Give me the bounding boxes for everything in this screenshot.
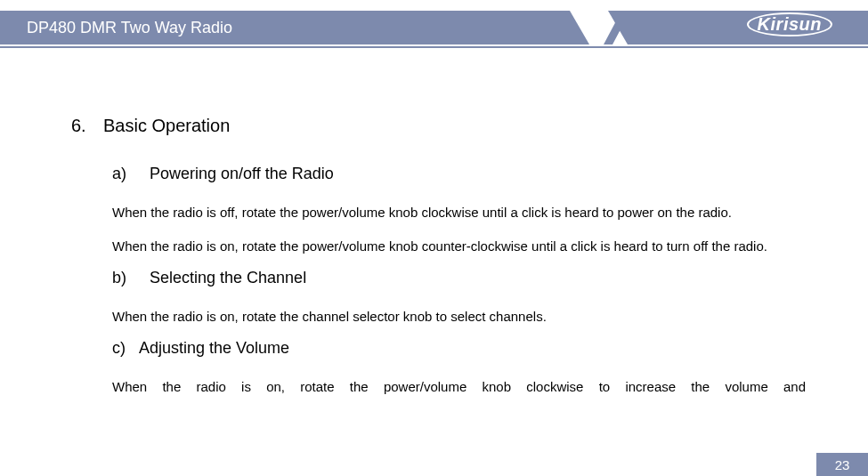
subsection-label: a): [112, 165, 150, 183]
header-underline: [0, 46, 868, 48]
subsection-title: Selecting the Channel: [150, 269, 306, 286]
section-heading: 6.Basic Operation: [71, 116, 806, 136]
document-title: DP480 DMR Two Way Radio: [27, 19, 232, 37]
subsection-label: c): [112, 339, 139, 358]
page-number-badge: 23: [816, 453, 868, 476]
page-number: 23: [835, 457, 850, 472]
body-text: When the radio is on, rotate the channel…: [112, 303, 806, 330]
subsection-heading-c: c)Adjusting the Volume: [112, 339, 806, 358]
page-header: DP480 DMR Two Way Radio Kirisun: [0, 0, 868, 53]
brand-logo-text: Kirisun: [747, 12, 832, 36]
header-title-bar: DP480 DMR Two Way Radio: [0, 11, 570, 44]
header-decoration: [570, 11, 589, 44]
section-number: 6.: [71, 116, 103, 136]
brand-logo: Kirisun: [747, 12, 832, 36]
subsection-title: Adjusting the Volume: [139, 339, 289, 357]
page-content: 6.Basic Operation a)Powering on/off the …: [0, 53, 868, 400]
subsection-heading-a: a)Powering on/off the Radio: [112, 165, 806, 183]
section-title: Basic Operation: [103, 116, 230, 135]
body-text: When the radio is on, rotate the power/v…: [112, 374, 806, 400]
header-decoration: [608, 11, 628, 44]
body-text: When the radio is off, rotate the power/…: [112, 199, 806, 226]
subsection-title: Powering on/off the Radio: [150, 165, 334, 182]
subsection-label: b): [112, 269, 150, 287]
subsection-heading-b: b)Selecting the Channel: [112, 269, 806, 287]
body-text: When the radio is on, rotate the power/v…: [112, 233, 806, 260]
